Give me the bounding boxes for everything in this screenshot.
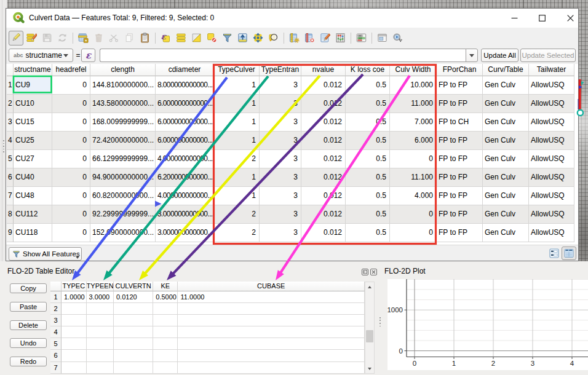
select-all-button[interactable]: [173, 31, 188, 45]
column-header-typeentran[interactable]: TypeEntran: [260, 64, 301, 76]
cell-tailwater-row3[interactable]: AllowUSQ: [529, 113, 574, 132]
cell-k-loss-coe-row7[interactable]: 0.5: [346, 187, 390, 205]
row-number-8[interactable]: 8: [7, 205, 14, 224]
cell-structname-row6[interactable]: CU40: [14, 168, 52, 187]
switch-to-form-view-button[interactable]: [549, 248, 559, 258]
delete-button[interactable]: Delete: [10, 320, 47, 330]
cell-nvalue-row6[interactable]: 0.012: [301, 168, 346, 187]
editor-cell-cubase-row1[interactable]: 11.0000: [178, 291, 365, 303]
editor-column-header-ke[interactable]: KE: [153, 282, 178, 291]
cell-cdiameter-row6[interactable]: 6.200000000000...: [156, 168, 214, 187]
select-by-expression-button[interactable]: ε: [158, 31, 173, 45]
delete-selected-button[interactable]: [91, 31, 106, 45]
cell-typeentran-row2[interactable]: 3: [260, 95, 301, 113]
cell-curv-table-row1[interactable]: Gen Culv: [483, 76, 529, 95]
cell-typeentran-row3[interactable]: 3: [260, 113, 301, 132]
column-header-cdiameter[interactable]: cdiameter: [156, 64, 214, 76]
cell-fporchan-row7[interactable]: FP to FP: [437, 187, 483, 205]
row-number-4[interactable]: 4: [7, 132, 14, 150]
panel-float-icon[interactable]: [362, 267, 368, 274]
cell-cdiameter-row3[interactable]: 6.000000000000...: [156, 113, 214, 132]
cell-culv-width-row8[interactable]: 0: [390, 205, 437, 224]
editor-cell-culvertn-row4[interactable]: [114, 326, 153, 338]
editor-cell-typec-row7[interactable]: [62, 362, 87, 374]
cell-tailwater-row8[interactable]: AllowUSQ: [529, 205, 574, 224]
cell-tailwater-row4[interactable]: AllowUSQ: [529, 132, 574, 150]
column-header-curv-table[interactable]: Curv/Table: [483, 64, 529, 76]
column-header-typeculver[interactable]: TypeCulver: [214, 64, 260, 76]
cell-clength-row2[interactable]: 143.5800000000...: [90, 95, 156, 113]
cell-k-loss-coe-row9[interactable]: 0.5: [346, 224, 390, 242]
editor-row-number-3[interactable]: 3: [50, 315, 62, 326]
cell-structname-row1[interactable]: CU9: [14, 76, 52, 95]
cell-curv-table-row6[interactable]: Gen Culv: [483, 168, 529, 187]
editor-cell-ke-row3[interactable]: [153, 315, 178, 326]
window-titlebar[interactable]: Culvert Data — Features Total: 9, Filter…: [6, 9, 578, 28]
editor-row-number-7[interactable]: 7: [50, 362, 62, 374]
cell-typeculver-row6[interactable]: 1: [214, 168, 260, 187]
editor-cell-typeen-row2[interactable]: [87, 303, 114, 315]
zoom-to-selection-button[interactable]: [266, 31, 280, 45]
cell-culv-width-row5[interactable]: 0: [390, 150, 437, 168]
editor-row-number-1[interactable]: 1: [50, 291, 62, 303]
cell-culv-width-row3[interactable]: 7.000: [390, 113, 437, 132]
cell-culv-width-row4[interactable]: 6.000: [390, 132, 437, 150]
row-number-6[interactable]: 6: [7, 168, 14, 187]
editor-cell-ke-row6[interactable]: [153, 350, 178, 361]
row-number-5[interactable]: 5: [7, 150, 14, 168]
maximize-button[interactable]: [531, 9, 552, 28]
column-header-culv-width[interactable]: Culv Width: [390, 64, 437, 76]
cell-cdiameter-row8[interactable]: 3.000000000000...: [156, 205, 214, 224]
cell-typeculver-row7[interactable]: 1: [214, 187, 260, 205]
cell-k-loss-coe-row8[interactable]: 0.5: [346, 205, 390, 224]
cell-nvalue-row5[interactable]: 0.012: [301, 150, 346, 168]
delete-field-button[interactable]: [302, 31, 317, 45]
row-number-1[interactable]: 1: [7, 76, 14, 95]
cell-clength-row4[interactable]: 72.42000000000...: [90, 132, 156, 150]
cell-cdiameter-row4[interactable]: 6.000000000000...: [156, 132, 214, 150]
cell-fporchan-row8[interactable]: FP to FP: [437, 205, 483, 224]
new-field-button[interactable]: [287, 31, 301, 45]
conditional-formatting-button[interactable]: [354, 31, 368, 45]
editor-row-number-6[interactable]: 6: [50, 350, 62, 361]
editor-cell-culvertn-row5[interactable]: [114, 338, 153, 350]
editor-cell-typec-row6[interactable]: [62, 350, 87, 361]
scroll-down-button[interactable]: [365, 364, 374, 373]
column-header-clength[interactable]: clength: [90, 64, 156, 76]
cell-tailwater-row6[interactable]: AllowUSQ: [529, 168, 574, 187]
panel-close-icon[interactable]: [370, 267, 377, 274]
field-calculator-button[interactable]: [333, 31, 348, 45]
cell-typeculver-row2[interactable]: 1: [214, 95, 260, 113]
editor-cell-cubase-row5[interactable]: [178, 338, 365, 350]
copy-button[interactable]: [122, 31, 137, 45]
editor-cell-typeen-row3[interactable]: [87, 315, 114, 326]
cell-cdiameter-row1[interactable]: 8.000000000000...: [156, 76, 214, 95]
cell-headrefel-row3[interactable]: 0: [52, 113, 90, 132]
cell-curv-table-row9[interactable]: Gen Culv: [483, 224, 529, 242]
column-header-fporchan[interactable]: FPorChan: [437, 64, 483, 76]
cell-culv-width-row1[interactable]: 10.000: [390, 76, 437, 95]
minimize-button[interactable]: [504, 9, 525, 28]
cell-fporchan-row3[interactable]: FP to CH: [437, 113, 483, 132]
cell-headrefel-row6[interactable]: 0: [52, 168, 90, 187]
cell-cdiameter-row5[interactable]: 4.000000000000...: [156, 150, 214, 168]
cell-nvalue-row9[interactable]: 0.012: [301, 224, 346, 242]
editor-column-header-typec[interactable]: TYPEC: [62, 282, 87, 291]
deselect-all-button[interactable]: [204, 31, 219, 45]
cell-cdiameter-row9[interactable]: 3.000000000000...: [156, 224, 214, 242]
editor-cell-cubase-row3[interactable]: [178, 315, 365, 326]
cell-structname-row4[interactable]: CU25: [14, 132, 52, 150]
cell-curv-table-row2[interactable]: Gen Culv: [483, 95, 529, 113]
cell-k-loss-coe-row5[interactable]: 0.5: [346, 150, 390, 168]
cell-typeentran-row4[interactable]: 3: [260, 132, 301, 150]
reload-button[interactable]: [55, 31, 70, 45]
cell-nvalue-row4[interactable]: 0.012: [301, 132, 346, 150]
row-number-2[interactable]: 2: [7, 95, 14, 113]
cell-k-loss-coe-row3[interactable]: 0.5: [346, 113, 390, 132]
redo-button[interactable]: Redo: [10, 357, 47, 366]
editor-cell-typec-row1[interactable]: 1.0000: [62, 291, 87, 303]
cell-cdiameter-row7[interactable]: 4.000000000000...: [156, 187, 214, 205]
cell-typeentran-row5[interactable]: 3: [260, 150, 301, 168]
copy-button[interactable]: Copy: [10, 283, 47, 293]
editor-cell-typec-row3[interactable]: [62, 315, 87, 326]
